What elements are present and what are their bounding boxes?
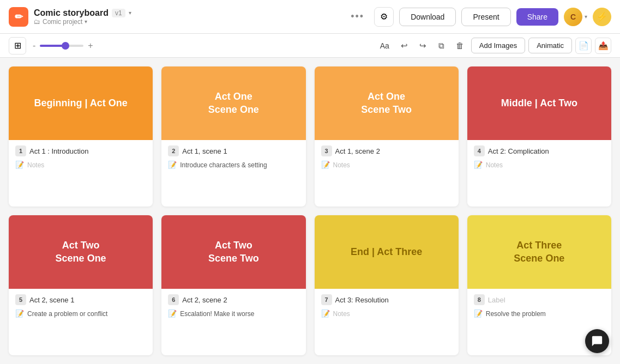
scene-number: 3 [321, 145, 332, 156]
scene-title: Act 2, scene 2 [182, 296, 227, 304]
storyboard-card[interactable]: Middle | Act Two4Act 2: Complication📝Not… [467, 66, 611, 207]
notes-row: 📝Notes [321, 161, 452, 169]
storyboard-card[interactable]: Act OneScene Two3Act 1, scene 2📝Notes [315, 66, 459, 207]
notes-row: 📝Notes [15, 161, 146, 169]
scene-number: 2 [168, 145, 179, 156]
notes-text: Notes [333, 161, 350, 169]
card-image: Act TwoScene One [9, 215, 153, 289]
notes-icon: 📝 [168, 161, 177, 169]
avatar-group: C ▾ [564, 8, 587, 26]
present-button[interactable]: Present [461, 8, 510, 26]
storyboard-card[interactable]: Act OneScene One2Act 1, scene 1📝Introduc… [161, 66, 305, 207]
notes-icon: 📝 [474, 310, 483, 318]
notes-text: Resolve the problem [486, 310, 546, 318]
notes-icon: 📝 [15, 310, 24, 318]
scene-row: 4Act 2: Complication [474, 145, 605, 156]
duplicate-button[interactable]: ⧉ [434, 38, 449, 53]
scene-number: 1 [15, 145, 26, 156]
logo-icon: ✏ [9, 7, 28, 27]
more-options-button[interactable]: ••• [346, 9, 369, 25]
notes-row: 📝Create a problem or conflict [15, 310, 146, 318]
lightning-button[interactable]: ⚡ [593, 8, 611, 26]
notes-row: 📝Escalation! Make it worse [168, 310, 299, 318]
scene-title: Act 1 : Introduction [29, 147, 88, 155]
notes-icon: 📝 [321, 310, 330, 318]
undo-button[interactable]: ↩ [397, 38, 412, 53]
card-image: Middle | Act Two [467, 66, 611, 140]
scene-row: 8Label [474, 294, 605, 305]
storyboard-card[interactable]: End | Act Three7Act 3: Resolution📝Notes [315, 215, 459, 355]
version-badge: v1 [112, 9, 125, 17]
storyboard-card[interactable]: Beginning | Act One1Act 1 : Introduction… [9, 66, 153, 207]
animatic-button[interactable]: Animatic [528, 38, 572, 53]
project-chevron[interactable]: ▾ [85, 19, 87, 25]
storyboard-grid: Beginning | Act One1Act 1 : Introduction… [0, 58, 620, 364]
card-body: 4Act 2: Complication📝Notes [467, 140, 611, 173]
version-chevron[interactable]: ▾ [129, 10, 131, 16]
avatar-chevron[interactable]: ▾ [585, 14, 587, 20]
card-body: 5Act 2, scene 1📝Create a problem or conf… [9, 289, 153, 322]
settings-button[interactable]: ⚙ [374, 7, 394, 27]
avatar: C [564, 8, 582, 26]
scene-title: Act 1, scene 2 [335, 147, 380, 155]
storyboard-card[interactable]: Act TwoScene One5Act 2, scene 1📝Create a… [9, 215, 153, 355]
scene-number: 8 [474, 294, 485, 305]
chat-icon [591, 335, 603, 347]
card-image: Act ThreeScene One [467, 215, 611, 289]
scene-row: 7Act 3: Resolution [321, 294, 452, 305]
zoom-control: - + [31, 40, 95, 52]
scene-number: 5 [15, 294, 26, 305]
card-body: 8Label📝Resolve the problem [467, 289, 611, 322]
card-image: Act TwoScene Two [161, 215, 305, 289]
card-body: 6Act 2, scene 2📝Escalation! Make it wors… [161, 289, 305, 322]
card-image: Beginning | Act One [9, 66, 153, 140]
card-image: Act OneScene Two [315, 66, 459, 140]
storyboard-card[interactable]: Act TwoScene Two6Act 2, scene 2📝Escalati… [161, 215, 305, 355]
trash-button[interactable]: 🗑 [453, 38, 468, 53]
card-image: End | Act Three [315, 215, 459, 289]
zoom-minus-button[interactable]: - [31, 40, 38, 52]
card-body: 1Act 1 : Introduction📝Notes [9, 140, 153, 173]
scene-row: 6Act 2, scene 2 [168, 294, 299, 305]
notes-text: Escalation! Make it worse [180, 310, 254, 318]
document-view-button[interactable]: 📄 [575, 38, 592, 54]
card-body: 2Act 1, scene 1📝Introduce characters & s… [161, 140, 305, 173]
notes-row: 📝Introduce characters & setting [168, 161, 299, 169]
redo-button[interactable]: ↪ [416, 38, 431, 53]
notes-text: Notes [486, 161, 503, 169]
scene-title: Label [488, 296, 505, 304]
scene-row: 3Act 1, scene 2 [321, 145, 452, 156]
scene-title: Act 3: Resolution [335, 296, 389, 304]
zoom-slider[interactable] [40, 45, 83, 47]
font-button[interactable]: Aa [376, 39, 394, 52]
zoom-plus-button[interactable]: + [86, 40, 95, 52]
grid-view-button[interactable]: ⊞ [9, 37, 26, 54]
notes-icon: 📝 [168, 310, 177, 318]
download-button[interactable]: Download [399, 8, 456, 26]
card-body: 3Act 1, scene 2📝Notes [315, 140, 459, 173]
header: ✏ Comic storyboard v1 ▾ 🗂 Comic project … [0, 0, 620, 34]
notes-text: Introduce characters & setting [180, 161, 267, 169]
title-section: Comic storyboard v1 ▾ 🗂 Comic project ▾ [34, 8, 131, 26]
notes-text: Notes [27, 161, 44, 169]
logo-symbol: ✏ [15, 11, 23, 23]
app-title: Comic storyboard [34, 8, 109, 18]
share-button[interactable]: Share [516, 8, 558, 26]
scene-row: 2Act 1, scene 1 [168, 145, 299, 156]
notes-row: 📝Resolve the problem [474, 310, 605, 318]
notes-icon: 📝 [15, 161, 24, 169]
scene-title: Act 2: Complication [488, 147, 549, 155]
project-name: Comic project [43, 18, 82, 26]
notes-text: Create a problem or conflict [27, 310, 107, 318]
notes-row: 📝Notes [474, 161, 605, 169]
scene-row: 5Act 2, scene 1 [15, 294, 146, 305]
card-image: Act OneScene One [161, 66, 305, 140]
export-button[interactable]: 📤 [595, 38, 611, 54]
card-body: 7Act 3: Resolution📝Notes [315, 289, 459, 322]
notes-row: 📝Notes [321, 310, 452, 318]
scene-number: 4 [474, 145, 485, 156]
chat-bubble-button[interactable] [585, 329, 609, 353]
folder-icon: 🗂 [34, 18, 40, 26]
add-images-button[interactable]: Add Images [471, 38, 525, 53]
scene-number: 7 [321, 294, 332, 305]
